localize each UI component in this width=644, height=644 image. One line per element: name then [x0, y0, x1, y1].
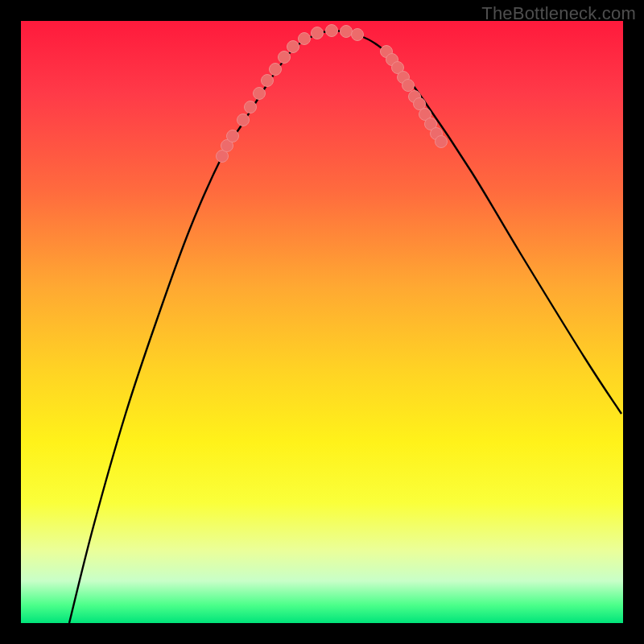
chart-plot-area [21, 21, 623, 623]
